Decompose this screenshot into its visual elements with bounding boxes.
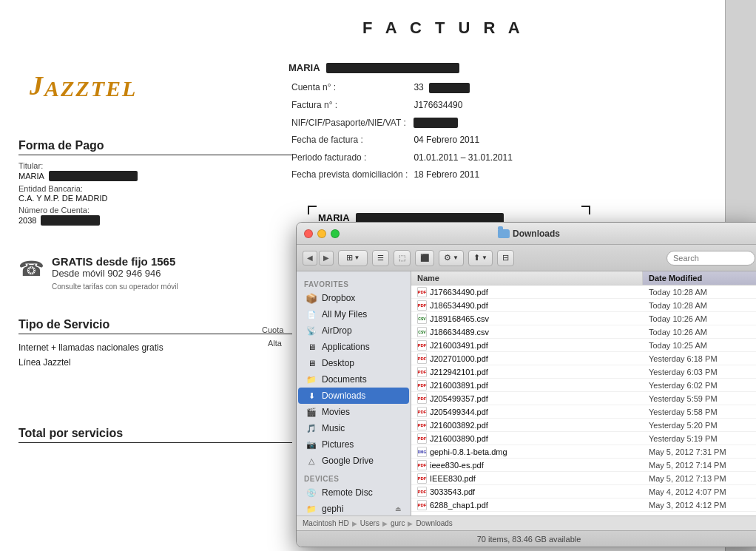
sidebar-item-downloads[interactable]: ⬇ Downloads: [298, 388, 409, 404]
finder-window: Downloads ◀ ▶ ⊞ ▼ ☰ ⬚ ⬛ ⚙ ▼ ⬆ ▼ ⊟: [296, 222, 756, 547]
pdf-icon: PDF: [417, 460, 427, 470]
col-header-name[interactable]: Name: [411, 271, 643, 285]
table-row[interactable]: PDF ieee830-es.pdf May 5, 2012 7:14 PM: [411, 459, 756, 472]
documents-icon: 📁: [306, 373, 317, 385]
table-row[interactable]: PDF J216003890.pdf Yesterday 5:19 PM: [411, 432, 756, 445]
path-part-0: Macintosh HD: [303, 519, 349, 527]
folder-icon: [498, 229, 510, 238]
sidebar-item-desktop[interactable]: 🖥 Desktop: [298, 355, 409, 371]
file-name: PDF J216003491.pdf: [411, 340, 643, 351]
pdf-icon: PDF: [417, 473, 427, 484]
search-input[interactable]: [666, 251, 755, 266]
pdf-icon: PDF: [417, 300, 427, 311]
cuenta-num-redacted: [41, 215, 100, 226]
finder-title: Downloads: [498, 229, 560, 239]
music-icon: 🎵: [306, 422, 317, 434]
table-row[interactable]: PDF 3033543.pdf May 4, 2012 4:07 PM: [411, 485, 756, 498]
table-row[interactable]: DMG gephi-0.8.1-beta.dmg May 5, 2012 7:3…: [411, 445, 756, 459]
service1: Internet + llamadas nacionales gratis: [18, 340, 292, 355]
table-row[interactable]: PDF J216003892.pdf Yesterday 5:20 PM: [411, 419, 756, 432]
file-name: PDF 6288_chap1.pdf: [411, 500, 643, 510]
table-row[interactable]: CSV J189168465.csv Today 10:26 AM: [411, 312, 756, 325]
file-date: Today 10:25 AM: [643, 341, 756, 350]
icon-view-button[interactable]: ⊞ ▼: [338, 250, 368, 266]
movies-icon: 🎬: [306, 406, 317, 418]
eject-icon[interactable]: ⏏: [395, 505, 402, 513]
pdf-icon: PDF: [417, 354, 427, 364]
path-part-3: Downloads: [416, 519, 452, 527]
csv-icon: CSV: [417, 327, 427, 337]
minimize-button[interactable]: [317, 229, 326, 238]
sidebar-item-google-drive[interactable]: △ Google Drive: [298, 453, 409, 469]
action-button[interactable]: ⚙ ▼: [439, 250, 464, 266]
table-row[interactable]: PDF J216003491.pdf Today 10:25 AM: [411, 339, 756, 352]
google-drive-icon: △: [306, 455, 317, 467]
finder-titlebar: Downloads: [297, 223, 756, 245]
table-row[interactable]: PDF J205499344.pdf Yesterday 5:58 PM: [411, 405, 756, 419]
share-button[interactable]: ⬆ ▼: [468, 250, 493, 266]
path-part-2: gurc: [391, 519, 405, 527]
share-chevron: ▼: [482, 254, 487, 261]
file-name: DMG gephi-0.8.1-beta.dmg: [411, 447, 643, 457]
periodo-label: Periodo facturado :: [288, 149, 411, 167]
titular-label: Titular:: [18, 161, 292, 170]
table-row[interactable]: PDF J212942101.pdf Yesterday 6:03 PM: [411, 365, 756, 379]
cuenta-value: 33: [414, 82, 423, 92]
table-row[interactable]: PDF J216003891.pdf Yesterday 6:02 PM: [411, 379, 756, 392]
titular-redacted: [49, 171, 138, 181]
sidebar-item-label-all-my-files: All My Files: [322, 309, 367, 320]
arrange-icon: ⊟: [502, 253, 509, 263]
view-chevron: ▼: [354, 254, 360, 261]
sidebar-item-music[interactable]: 🎵 Music: [298, 420, 409, 436]
sidebar-item-all-my-files[interactable]: 📄 All My Files: [298, 306, 409, 322]
all-my-files-icon: 📄: [306, 308, 317, 320]
file-name: PDF J216003890.pdf: [411, 433, 643, 444]
dropbox-icon: 📦: [306, 292, 317, 304]
table-row[interactable]: PDF J202701000.pdf Yesterday 6:18 PM: [411, 352, 756, 365]
sidebar-item-documents[interactable]: 📁 Documents: [298, 371, 409, 388]
sidebar-item-pictures[interactable]: 📷 Pictures: [298, 436, 409, 453]
gratis-text: GRATIS desde fijo 1565: [52, 255, 178, 268]
downloads-icon: ⬇: [306, 390, 317, 402]
table-row[interactable]: CSV J186634489.csv Today 10:26 AM: [411, 325, 756, 339]
col-header-date[interactable]: Date Modified: [643, 271, 756, 285]
sidebar-item-dropbox[interactable]: 📦 Dropbox: [298, 290, 409, 306]
coverflow-icon: ⬛: [420, 254, 429, 262]
sidebar-item-label-pictures: Pictures: [322, 439, 354, 450]
sidebar-item-applications[interactable]: 🖥 Applications: [298, 339, 409, 355]
tipo-servicio-title: Tipo de Servicio: [18, 318, 292, 334]
total-servicios-title: Total por servicios: [18, 427, 292, 443]
entidad-value: C.A. Y M.P. DE MADRID: [18, 194, 292, 203]
back-button[interactable]: ◀: [303, 251, 317, 266]
invoice-table: Cuenta n° : 33 Factura n° : J176634490 N…: [288, 79, 516, 184]
sidebar-item-movies[interactable]: 🎬 Movies: [298, 404, 409, 420]
maximize-button[interactable]: [331, 229, 340, 238]
service2: Línea Jazztel: [18, 355, 292, 370]
sidebar-item-remote-disc[interactable]: 💿 Remote Disc: [298, 484, 409, 501]
pdf-icon: PDF: [417, 380, 427, 391]
coverflow-button[interactable]: ⬛: [415, 250, 434, 266]
applications-icon: 🖥: [306, 341, 317, 353]
finder-statusbar: 70 items, 83.46 GB available: [297, 530, 756, 547]
sidebar-item-gephi[interactable]: 📁 gephi ⏏: [298, 501, 409, 515]
list-view-button[interactable]: ☰: [372, 250, 389, 266]
airdrop-icon: 📡: [306, 325, 317, 337]
pdf-icon: PDF: [417, 287, 427, 297]
table-row[interactable]: PDF IEEE830.pdf May 5, 2012 7:13 PM: [411, 472, 756, 485]
column-view-button[interactable]: ⬚: [394, 250, 411, 266]
table-row[interactable]: PDF J205499357.pdf Yesterday 5:59 PM: [411, 392, 756, 405]
table-row[interactable]: PDF 6288_chap1.pdf May 3, 2012 4:12 PM: [411, 498, 756, 512]
phone-icon: ☎: [18, 257, 44, 281]
path-part-1: Users: [360, 519, 379, 527]
numero-cuenta-label: Número de Cuenta:: [18, 206, 292, 214]
close-button[interactable]: [304, 229, 313, 238]
csv-icon: CSV: [417, 314, 427, 324]
table-row[interactable]: PDF J186534490.pdf Today 10:28 AM: [411, 299, 756, 312]
factura-value: J176634490: [411, 97, 515, 115]
table-row[interactable]: PDF J176634490.pdf Today 10:28 AM: [411, 285, 756, 299]
alta-label: Alta: [268, 339, 282, 348]
sidebar-item-airdrop[interactable]: 📡 AirDrop: [298, 322, 409, 339]
arrange-button[interactable]: ⊟: [497, 250, 514, 266]
cuenta-label: Cuenta n° :: [288, 79, 411, 97]
forward-button[interactable]: ▶: [319, 251, 334, 266]
